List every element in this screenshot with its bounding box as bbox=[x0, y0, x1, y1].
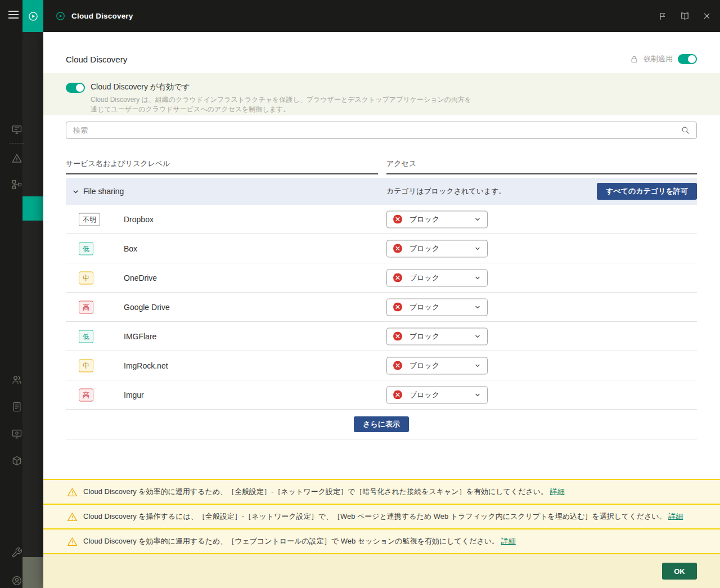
enforce-label: 強制適用 bbox=[644, 54, 673, 64]
allow-all-categories-button[interactable]: すべてのカテゴリを許可 bbox=[597, 183, 697, 200]
warning-details-link[interactable]: 詳細 bbox=[668, 512, 683, 520]
category-row-file-sharing[interactable]: File sharing カテゴリはブロックされています。 すべてのカテゴリを許… bbox=[66, 178, 697, 205]
search-box bbox=[66, 122, 697, 139]
category-status: カテゴリはブロックされています。 bbox=[386, 186, 506, 196]
dialog-footer: OK bbox=[43, 554, 720, 588]
chevron-down-icon bbox=[474, 333, 481, 340]
warning-text: Cloud Discovery を効率的に運用するため、［ウェブコントロールの設… bbox=[83, 537, 501, 545]
service-name: IMGFlare bbox=[124, 332, 156, 341]
access-value: ブロック bbox=[410, 244, 439, 254]
enforce-toggle[interactable] bbox=[678, 54, 697, 64]
block-icon bbox=[393, 273, 402, 282]
access-dropdown[interactable]: ブロック bbox=[386, 327, 488, 345]
warning-details-link[interactable]: 詳細 bbox=[501, 537, 516, 545]
block-icon bbox=[393, 332, 402, 341]
service-name: Google Drive bbox=[124, 303, 170, 312]
access-dropdown[interactable]: ブロック bbox=[386, 269, 488, 286]
access-value: ブロック bbox=[410, 331, 439, 342]
close-icon[interactable] bbox=[703, 12, 711, 20]
sidebar bbox=[0, 32, 43, 588]
search-input[interactable] bbox=[66, 126, 681, 134]
column-header-service: サービス名およびリスクレベル bbox=[66, 159, 378, 174]
access-value: ブロック bbox=[410, 390, 439, 400]
sidebar-divider bbox=[10, 143, 24, 143]
search-icon[interactable] bbox=[681, 125, 696, 135]
users-icon[interactable] bbox=[11, 374, 23, 386]
sidebar-footer-patch bbox=[22, 557, 43, 588]
ok-button[interactable]: OK bbox=[662, 563, 697, 580]
chevron-down-icon bbox=[474, 216, 481, 223]
access-dropdown[interactable]: ブロック bbox=[386, 210, 488, 228]
access-dropdown[interactable]: ブロック bbox=[386, 298, 488, 316]
packages-icon[interactable] bbox=[11, 455, 23, 467]
access-value: ブロック bbox=[410, 214, 439, 225]
table-row: 中 OneDrive ブロック bbox=[66, 263, 697, 293]
policies-icon[interactable] bbox=[11, 401, 23, 413]
warning-icon bbox=[67, 536, 78, 547]
warning-icon bbox=[67, 511, 78, 522]
access-value: ブロック bbox=[410, 273, 439, 283]
table-row: 低 Box ブロック bbox=[66, 234, 697, 263]
table-row: 中 ImgRock.net ブロック bbox=[66, 351, 697, 380]
risk-badge: 中 bbox=[79, 271, 93, 284]
risk-badge: 高 bbox=[79, 388, 93, 401]
risk-badge: 不明 bbox=[79, 213, 100, 226]
flag-icon[interactable] bbox=[658, 12, 667, 21]
status-banner: Cloud Discovery が有効です Cloud Discovery は、… bbox=[43, 73, 720, 115]
table-row: 不明 Dropbox ブロック bbox=[66, 205, 697, 234]
account-icon[interactable] bbox=[11, 574, 23, 587]
chevron-down-icon bbox=[474, 275, 481, 281]
lock-icon bbox=[630, 55, 638, 64]
block-icon bbox=[393, 390, 402, 400]
warning-banner: Cloud Discovery を効率的に運用するため、［全般設定］-［ネットワ… bbox=[43, 480, 720, 505]
page-title: Cloud Discovery bbox=[66, 55, 127, 64]
service-name: Box bbox=[124, 244, 137, 253]
service-name: ImgRock.net bbox=[124, 361, 168, 370]
access-value: ブロック bbox=[410, 302, 439, 312]
play-circle-icon bbox=[28, 11, 39, 22]
tools-icon[interactable] bbox=[11, 546, 23, 559]
service-name: Imgur bbox=[124, 390, 144, 400]
risk-badge: 高 bbox=[79, 300, 93, 313]
show-more-button[interactable]: さらに表示 bbox=[354, 416, 409, 432]
chevron-down-icon bbox=[474, 392, 481, 398]
column-header-access: アクセス bbox=[386, 159, 697, 174]
chevron-down-icon[interactable] bbox=[72, 188, 79, 195]
block-icon bbox=[393, 215, 402, 224]
service-name: OneDrive bbox=[124, 273, 157, 282]
warning-banner: Cloud Discovery を操作するには、［全般設定］-［ネットワーク設定… bbox=[43, 505, 720, 529]
warning-banner: Cloud Discovery を効率的に運用するため、［ウェブコントロールの設… bbox=[43, 529, 720, 554]
status-banner-description: Cloud Discovery は、組織のクラウドインフラストラクチャを保護し、… bbox=[91, 95, 473, 115]
access-dropdown[interactable]: ブロック bbox=[386, 386, 488, 403]
feature-toggle[interactable] bbox=[66, 83, 85, 93]
access-dropdown[interactable]: ブロック bbox=[386, 357, 488, 374]
warnings: Cloud Discovery を効率的に運用するため、［全般設定］-［ネットワ… bbox=[43, 479, 720, 554]
table-row: 高 Google Drive ブロック bbox=[66, 293, 697, 322]
alerts-icon[interactable] bbox=[11, 152, 23, 164]
menu-icon[interactable] bbox=[8, 11, 19, 19]
titlebar: Cloud Discovery bbox=[0, 0, 720, 32]
block-icon bbox=[393, 244, 402, 253]
help-book-icon[interactable] bbox=[680, 11, 690, 21]
risk-badge: 低 bbox=[79, 242, 93, 255]
cloud-discovery-panel: Cloud Discovery 強制適用 Cloud Discovery が有効… bbox=[43, 32, 720, 588]
app-window: Cloud Discovery bbox=[0, 0, 720, 588]
show-more-row: さらに表示 bbox=[66, 410, 697, 439]
monitoring-icon[interactable] bbox=[11, 123, 23, 136]
access-dropdown[interactable]: ブロック bbox=[386, 240, 488, 257]
warning-details-link[interactable]: 詳細 bbox=[550, 487, 565, 496]
devices-icon[interactable] bbox=[11, 428, 23, 440]
category-name: File sharing bbox=[83, 187, 124, 196]
active-app-tile[interactable] bbox=[22, 0, 43, 32]
chevron-down-icon bbox=[474, 304, 481, 311]
chevron-down-icon bbox=[474, 362, 481, 369]
status-banner-title: Cloud Discovery が有効です bbox=[91, 82, 473, 92]
table-row: 低 IMGFlare ブロック bbox=[66, 322, 697, 351]
table-row: 高 Imgur ブロック bbox=[66, 380, 697, 410]
service-name: Dropbox bbox=[124, 215, 154, 224]
components-tree-icon[interactable] bbox=[11, 178, 23, 191]
risk-badge: 中 bbox=[79, 359, 93, 372]
sidebar-secondary-strip bbox=[22, 32, 43, 588]
sidebar-active-item[interactable] bbox=[22, 196, 43, 221]
block-icon bbox=[393, 361, 402, 370]
